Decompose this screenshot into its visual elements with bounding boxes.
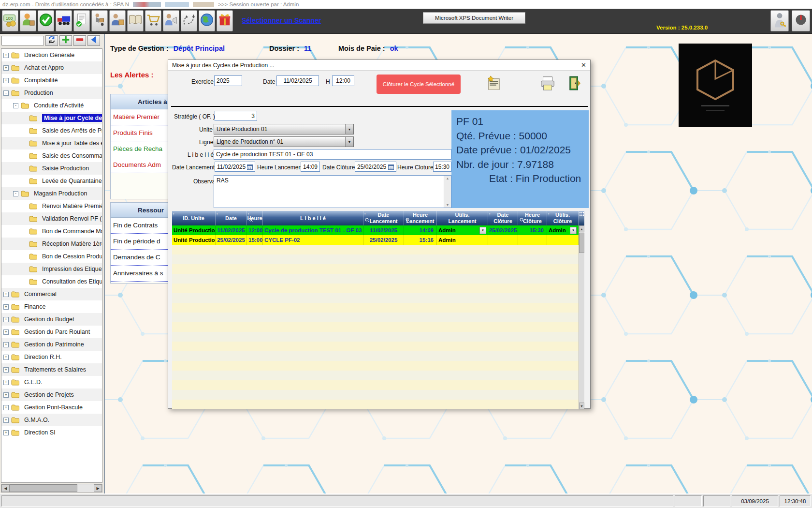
table-empty-row[interactable] [172,293,579,303]
toolbar-button[interactable] [181,10,197,31]
expand-icon[interactable]: + [3,380,9,385]
table-empty-row[interactable] [172,245,579,254]
expand-icon[interactable]: + [3,342,9,347]
scroll-left-icon[interactable]: ◀ [1,484,10,492]
toolbar-button[interactable] [770,10,789,31]
tree-item[interactable]: Impression des Etiquett [1,263,102,275]
expand-icon[interactable]: + [3,304,9,310]
table-empty-row[interactable] [172,380,579,390]
search-icon[interactable] [248,218,253,224]
expand-icon[interactable]: + [3,329,9,335]
tree-item[interactable]: Bon de Cession Produit [1,250,102,263]
expand-icon[interactable]: + [3,355,9,360]
tree-item[interactable]: +Gestion du Patrimoine [1,338,102,351]
sort-icon[interactable]: ↕ [247,211,249,217]
table-cell[interactable]: CYCLE PF-02 [263,235,363,245]
select-scanner-link[interactable]: Sélectionner un Scanner [242,16,321,24]
tree-item[interactable]: +G.M.A.O. [1,414,102,426]
tree-toolbar-button[interactable] [45,35,58,46]
tree-filter-input[interactable] [1,36,44,45]
expand-icon[interactable]: + [3,430,9,435]
collapse-icon[interactable]: - [3,90,9,96]
table-cell[interactable]: 15:30 [518,225,547,235]
toolbar-button[interactable] [91,10,108,31]
table-empty-row[interactable] [172,351,579,361]
table-cell[interactable] [518,235,547,245]
observations-scrollbar[interactable]: ▲▼ [444,176,451,208]
column-header[interactable]: HeureLancement [404,211,437,225]
date-lancement-input[interactable]: 11/02/2025 [215,162,255,172]
expand-icon[interactable]: + [3,292,9,297]
tree-horizontal-scrollbar[interactable]: ◀ ▶ [1,484,102,493]
tree-item[interactable]: +Finance [1,300,102,313]
table-cell[interactable]: Admin▼ [547,225,579,235]
calendar-icon[interactable] [247,164,253,170]
table-cell[interactable]: 15:16 [404,235,437,245]
tree-item[interactable]: +G.E.D. [1,376,102,388]
tree-item[interactable]: Validation Renvoi PF ( D [1,212,102,225]
tree-item[interactable]: Bon de Commande Mat [1,225,102,238]
ligne-select[interactable]: Ligne de Production n° 01 ▼ [214,136,354,147]
table-vertical-scrollbar[interactable]: ▲▼ [579,225,584,409]
toolbar-button[interactable] [127,10,144,31]
toolbar-button[interactable]: 100 [2,10,18,31]
table-empty-row[interactable] [172,332,579,342]
table-empty-row[interactable] [172,342,579,351]
table-empty-row[interactable] [172,390,579,400]
tree-item[interactable]: +Gestion du Parc Roulant [1,326,102,338]
tree-toolbar-button[interactable] [87,35,100,46]
table-cell[interactable]: Admin [437,235,488,245]
chevron-down-icon[interactable]: ▼ [345,137,353,147]
search-icon[interactable] [365,218,370,224]
sort-icon[interactable]: ↕ [548,211,550,217]
table-empty-row[interactable] [172,313,579,322]
toolbar-button[interactable] [792,10,810,31]
heure-cloture-input[interactable]: 15:30 [433,162,451,172]
tree-item[interactable]: Renvoi Matière Premièr [1,200,102,212]
tree-item[interactable]: +Direction R.H. [1,351,102,363]
table-empty-row[interactable] [172,400,579,409]
dialog-close-icon[interactable]: ✕ [581,61,586,69]
toolbar-button[interactable] [145,10,161,31]
table-cell[interactable] [488,235,518,245]
toolbar-button[interactable] [56,10,72,31]
tree-item[interactable]: +Gestion Pont-Bascule [1,401,102,414]
column-header[interactable]: ↕Utilis.Clôture [547,211,579,225]
table-empty-row[interactable] [172,361,579,371]
chevron-down-icon[interactable]: ▼ [570,227,577,234]
table-empty-row[interactable] [172,371,579,380]
tree-item[interactable]: +Comptabilité [1,74,102,87]
table-cell[interactable]: 25/02/2025 [216,235,247,245]
toolbar-button[interactable] [199,10,215,31]
scrollbar-thumb[interactable] [10,484,77,492]
toolbar-button[interactable] [163,10,179,31]
toolbar-button[interactable] [109,10,126,31]
table-cell[interactable]: Admin▼ [437,225,488,235]
table-empty-row[interactable] [172,264,579,274]
scroll-right-icon[interactable]: ▶ [94,484,102,492]
table-row[interactable]: Unité Production▼11/02/202512:00Cycle de… [172,225,584,235]
tree-item[interactable]: +Achat et Appro [1,61,102,74]
h-input[interactable]: 12:00 [332,75,354,86]
tree-item[interactable]: +Commercial [1,288,102,300]
tree-item[interactable]: Saisie des Arrêts de Pro [1,124,102,137]
table-cell[interactable]: Unité Production▼ [172,225,216,235]
collapse-icon[interactable]: - [13,191,18,196]
heure-lancement-input[interactable]: 14:09 [301,162,320,172]
column-header[interactable]: ↕DateLancement [363,211,404,225]
tree-item[interactable]: Mise à jour Cycle de Prod [1,112,102,124]
table-cell[interactable]: 12:00 [247,225,263,235]
table-cell[interactable]: 15:00 [247,235,263,245]
table-cell[interactable]: 11/02/2025 [363,225,404,235]
table-options-icon[interactable] [579,211,584,225]
unite-select[interactable]: Unité Production 01 ▼ [214,124,354,134]
expand-icon[interactable]: + [3,418,9,423]
expand-icon[interactable]: + [3,53,9,58]
table-cell[interactable]: 25/02/2025 [488,225,518,235]
table-cell[interactable]: 14:09 [404,225,437,235]
tree-toolbar-button[interactable] [59,35,72,46]
scroll-up-icon[interactable]: ▲ [579,225,584,232]
cloturer-cycle-button[interactable]: Clôturer le Cycle Sélectionné [377,75,461,94]
sort-icon[interactable]: ↕ [216,211,218,217]
tree-item[interactable]: Saisie Production [1,162,102,175]
